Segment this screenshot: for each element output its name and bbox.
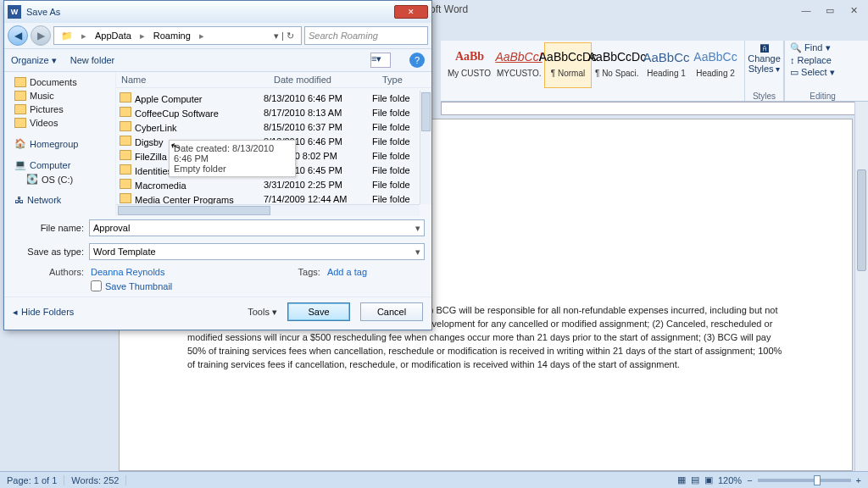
scroll-thumb[interactable] [857, 169, 866, 271]
tags-value[interactable]: Add a tag [327, 267, 367, 277]
nav-back-button[interactable]: ◀ [8, 25, 28, 46]
list-item[interactable]: Apple Computer8/13/2010 6:46 PMFile fold… [116, 91, 420, 105]
list-item[interactable]: Media Center Programs7/14/2009 12:44 AMF… [116, 191, 420, 204]
file-name-label: File name: [11, 223, 84, 233]
dialog-close-button[interactable]: ✕ [394, 5, 428, 19]
col-type[interactable]: Type [379, 75, 430, 85]
zoom-out-button[interactable]: − [747, 475, 752, 485]
view-read-icon[interactable]: ▤ [691, 474, 699, 485]
tree-documents[interactable]: Documents [14, 75, 112, 89]
style-option[interactable]: AaBbCcHeading 1 [643, 42, 690, 88]
zoom-in-button[interactable]: + [856, 475, 861, 485]
save-button[interactable]: Save [287, 302, 350, 321]
style-option[interactable]: AaBbCcDc¶ Normal [544, 42, 592, 88]
dialog-title: Save As [26, 7, 60, 17]
tree-computer[interactable]: 💻 Computer [14, 158, 112, 172]
find-button[interactable]: 🔍 Find ▾ [790, 42, 855, 53]
nav-tree[interactable]: Documents Music Pictures Videos 🏠 Homegr… [4, 72, 116, 216]
word-icon: W [8, 5, 21, 19]
list-hscroll[interactable] [116, 204, 420, 216]
style-option[interactable]: AaBbCcDc¶ No Spaci... [593, 42, 641, 88]
save-thumbnail-checkbox[interactable] [91, 280, 102, 291]
list-item[interactable]: CoffeeCup Software8/17/2010 8:13 AMFile … [116, 105, 420, 119]
breadcrumb[interactable]: 📁▸ AppData▸ Roaming▸ ▾ | ↻ [53, 26, 302, 45]
tags-label: Tags: [298, 267, 320, 277]
replace-button[interactable]: ↕ Replace [790, 55, 855, 65]
tree-videos[interactable]: Videos [14, 116, 112, 130]
tree-drive[interactable]: 💽 OS (C:) [14, 172, 112, 186]
save-type-select[interactable]: Word Template▾ [89, 243, 425, 260]
save-type-label: Save as type: [11, 247, 84, 257]
style-option[interactable]: AaBbCcIMYCUSTO... [495, 42, 542, 88]
word-count[interactable]: Words: 252 [64, 475, 126, 485]
view-button[interactable]: ≡▾ [370, 53, 391, 68]
list-item[interactable]: CyberLink8/15/2010 6:37 PMFile folde [116, 119, 420, 134]
column-headers[interactable]: Name Date modified Type [116, 72, 431, 88]
breadcrumb-item[interactable]: AppData [92, 30, 135, 41]
vertical-scrollbar[interactable] [854, 102, 868, 471]
zoom-slider[interactable] [758, 479, 851, 482]
close-icon[interactable]: ✕ [848, 5, 860, 16]
style-option[interactable]: AaBbMy CUSTO... [446, 42, 493, 88]
organize-button[interactable]: Organize ▾ [11, 55, 57, 66]
new-folder-button[interactable]: New folder [70, 55, 115, 65]
change-styles-button[interactable]: 🅰Change Styles ▾ [747, 44, 782, 74]
search-input[interactable]: Search Roaming [304, 26, 428, 45]
editing-group-label: Editing [810, 92, 836, 101]
select-button[interactable]: ▭ Select ▾ [790, 67, 855, 78]
window-controls: — ▭ ✕ [800, 5, 860, 16]
help-icon[interactable]: ? [409, 53, 425, 68]
tree-pictures[interactable]: Pictures [14, 103, 112, 116]
folder-icon: 📁 [58, 30, 76, 42]
zoom-value[interactable]: 120% [718, 475, 742, 485]
ruler [441, 102, 856, 115]
nav-forward-button: ▶ [31, 25, 51, 46]
dialog-titlebar[interactable]: W Save As ✕ [4, 1, 431, 23]
status-bar: Page: 1 of 1 Words: 252 ▦ ▤ ▣ 120% − + [0, 471, 868, 488]
list-item[interactable]: Macromedia3/31/2010 2:25 PMFile folde [116, 177, 420, 191]
save-thumbnail-label: Save Thumbnail [105, 281, 172, 291]
view-web-icon[interactable]: ▣ [704, 474, 713, 485]
col-name[interactable]: Name [118, 75, 270, 85]
page-indicator[interactable]: Page: 1 of 1 [0, 475, 64, 485]
minimize-icon[interactable]: — [800, 5, 812, 16]
tree-homegroup[interactable]: 🏠 Homegroup [14, 136, 112, 151]
save-as-dialog: W Save As ✕ ◀ ▶ 📁▸ AppData▸ Roaming▸ ▾ |… [3, 0, 432, 330]
restore-icon[interactable]: ▭ [824, 5, 836, 16]
styles-gallery[interactable]: AaBbMy CUSTO...AaBbCcIMYCUSTO...AaBbCcDc… [441, 41, 745, 101]
col-date[interactable]: Date modified [270, 75, 379, 85]
tree-network[interactable]: 🖧 Network [14, 193, 112, 207]
list-vscroll[interactable] [420, 91, 431, 204]
folder-tooltip: Date created: 8/13/2010 6:46 PM Empty fo… [169, 140, 296, 177]
cancel-button[interactable]: Cancel [360, 302, 423, 321]
file-name-input[interactable]: Approval▾ [89, 219, 425, 236]
authors-label: Authors: [11, 267, 84, 277]
tools-button[interactable]: Tools ▾ [248, 307, 277, 318]
ribbon: AaBbMy CUSTO...AaBbCcIMYCUSTO...AaBbCcDc… [441, 41, 868, 102]
authors-value[interactable]: Deanna Reynolds [91, 267, 164, 277]
breadcrumb-item[interactable]: Roaming [150, 30, 194, 41]
style-option[interactable]: AaBbCcHeading 2 [692, 42, 739, 88]
styles-group-label: Styles [753, 92, 776, 101]
view-print-icon[interactable]: ▦ [677, 474, 686, 485]
tree-music[interactable]: Music [14, 89, 112, 103]
hide-folders-button[interactable]: ◂ Hide Folders [13, 307, 74, 318]
